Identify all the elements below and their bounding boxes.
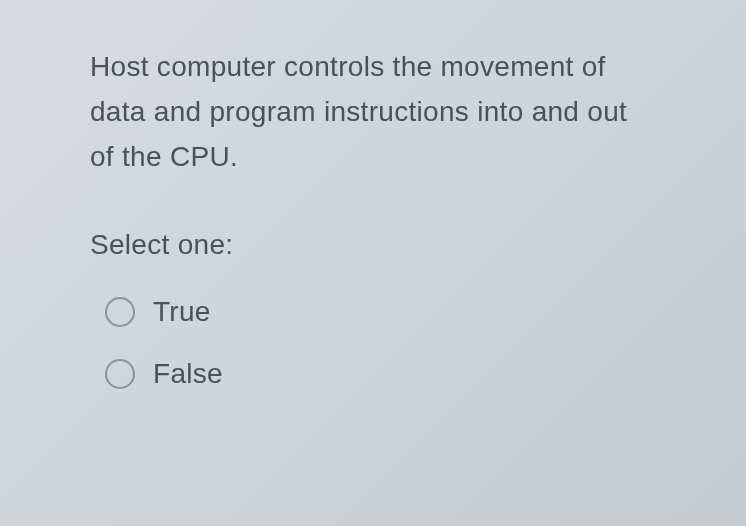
radio-icon (105, 359, 135, 389)
option-label: False (153, 358, 223, 390)
option-true[interactable]: True (105, 296, 656, 328)
options-group: True False (90, 296, 656, 390)
question-text: Host computer controls the movement of d… (90, 45, 656, 179)
option-false[interactable]: False (105, 358, 656, 390)
option-label: True (153, 296, 211, 328)
radio-icon (105, 297, 135, 327)
select-prompt: Select one: (90, 229, 656, 261)
